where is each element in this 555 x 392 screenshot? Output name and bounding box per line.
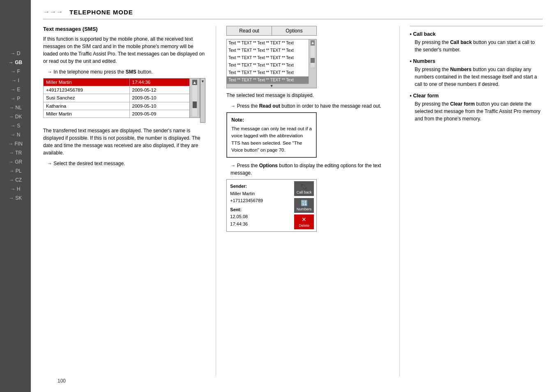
bullet-numbers-section: Numbers By pressing the Numbers button y… [410, 58, 543, 88]
sidebar-item-CZ[interactable]: → CZ [0, 176, 31, 184]
sender-info: Sender: Miller Martin +171123456789 Sent… [227, 180, 292, 231]
sidebar-item-SK[interactable]: → SK [0, 194, 31, 202]
sidebar-item-DK[interactable]: → DK [0, 113, 31, 121]
text-line: Text ** TEXT ** Text ** TEXT ** Text [227, 54, 316, 62]
sidebar-item-S[interactable]: → S [0, 122, 31, 130]
sms-row[interactable]: +4917123456789 2009-05-12 [44, 86, 200, 94]
sidebar-item-GR[interactable]: → GR [0, 158, 31, 166]
sidebar-item-D[interactable]: → D [0, 49, 31, 58]
top-divider [410, 26, 543, 26]
sidebar-item-F[interactable]: → F [0, 67, 31, 76]
text-line: Text ** TEXT ** Text ** TEXT ** Text [227, 69, 316, 76]
note-label: Note: [231, 116, 312, 124]
sidebar-item-P[interactable]: → P [0, 95, 31, 103]
sms-list-container: Miller Martin 17:44:36 ▲ +4917123456789 [43, 78, 205, 123]
options-panel: Sender: Miller Martin +171123456789 Sent… [226, 179, 317, 232]
sidebar: → D → GB → F → I → E → P → NL → DK → S →… [0, 0, 31, 392]
page-header: →→→ TELEPHONE MODE [43, 8, 543, 19]
sidebar-item-FIN[interactable]: → FIN [0, 140, 31, 148]
main-content: →→→ TELEPHONE MODE Text messages (SMS) I… [31, 0, 555, 392]
sms-row[interactable]: Miller Martin 17:44:36 ▲ [44, 78, 200, 86]
text-scroll-down-btn[interactable]: ▼ [227, 84, 316, 88]
sms-row[interactable]: Katharina 2009-05-10 [44, 102, 200, 110]
sidebar-item-N[interactable]: → N [0, 131, 31, 139]
sender-name: Miller Martin [230, 190, 288, 198]
bullet-callsback-section: Call back By pressing the Call back butt… [410, 31, 543, 53]
callback-btn[interactable]: 📞 Call back [294, 181, 314, 196]
list-scroll-down-btn[interactable]: ▼ [201, 79, 205, 83]
sent-time: 17:44:36 [230, 221, 288, 228]
options-arrow: Press the Options button to display the … [226, 162, 389, 177]
text-message-display: Text ** TEXT ** Text ** TEXT ** Text ▲ T… [226, 39, 317, 88]
intro-paragraph: If this function is supported by the mob… [43, 35, 205, 65]
middle-column: Read out Options Text ** TEXT ** Text **… [226, 26, 389, 377]
read-out-button[interactable]: Read out [227, 26, 272, 35]
sender-number: +171123456789 [230, 197, 288, 205]
text-line-selected: Text ** TEXT ** Text ** TEXT ** Text [227, 76, 316, 84]
sent-date: 12.05.08 [230, 213, 288, 221]
sidebar-item-GB[interactable]: → GB [0, 58, 31, 67]
note-box: Note: The message can only be read out i… [226, 112, 317, 158]
scroll-up-btn[interactable]: ▲ [192, 80, 197, 85]
note-text: The message can only be read out if a vo… [231, 125, 312, 154]
callback-icon: 📞 [301, 183, 308, 189]
transfer-paragraph: The transferred text messages are displa… [43, 127, 205, 157]
right-column: Call back By pressing the Call back butt… [410, 26, 543, 377]
sidebar-item-NL[interactable]: → NL [0, 104, 31, 112]
callback-label: Call back [297, 190, 312, 194]
callsback-bullet-title: Call back [410, 31, 543, 37]
numbers-btn[interactable]: 🔢 Numbers [294, 198, 314, 213]
page-title: TELEPHONE MODE [69, 9, 133, 16]
sms-row[interactable]: Miller Martin 2009-05-09 [44, 110, 200, 118]
text-line: Text ** TEXT ** Text ** TEXT ** Text [227, 62, 316, 69]
sent-label: Sent: [230, 206, 288, 214]
delete-icon: ✕ [302, 216, 306, 223]
text-line: Text ** TEXT ** Text ** TEXT ** Text [227, 47, 316, 54]
text-scroll-up-btn[interactable]: ▲ [311, 40, 315, 46]
select-arrow-instruction: Select the desired text message. [43, 160, 205, 167]
sidebar-item-I[interactable]: → I [0, 76, 31, 85]
sidebar-item-PL[interactable]: → PL [0, 167, 31, 175]
text-line: Text ** TEXT ** Text ** TEXT ** Text ▲ [227, 39, 316, 47]
sidebar-item-TR[interactable]: → TR [0, 149, 31, 157]
clearform-bullet-title: Clear form [410, 93, 543, 99]
read-options-bar: Read out Options [226, 26, 317, 36]
numbers-label: Numbers [297, 207, 312, 211]
numbers-bullet-body: By pressing the Numbers button you can d… [410, 66, 543, 88]
section-title: Text messages (SMS) [43, 26, 205, 32]
callsback-bullet-body: By pressing the Call back button you can… [410, 39, 543, 53]
numbers-icon: 🔢 [301, 200, 308, 206]
arrows-icon: →→→ [43, 8, 63, 16]
delete-label: Delete [299, 224, 309, 228]
page-number: 100 [58, 378, 66, 384]
sidebar-item-E[interactable]: → E [0, 85, 31, 94]
bullet-clearform-section: Clear form By pressing the Clear form bu… [410, 93, 543, 122]
options-buttons: 📞 Call back 🔢 Numbers ✕ Delete [292, 180, 316, 231]
sms-row[interactable]: Susi Sanchez 2009-05-10 [44, 94, 200, 102]
selected-msg-para: The selected text message is displayed. [226, 92, 389, 99]
read-out-arrow: Press the Read out button in order to ha… [226, 102, 389, 110]
numbers-bullet-title: Numbers [410, 58, 543, 64]
delete-btn[interactable]: ✕ Delete [294, 214, 314, 229]
left-column: Text messages (SMS) If this function is … [43, 26, 205, 377]
sms-arrow-instruction: In the telephone menu press the SMS butt… [43, 68, 205, 76]
sidebar-item-H[interactable]: → H [0, 185, 31, 193]
sms-list-table: Miller Martin 17:44:36 ▲ +4917123456789 [43, 78, 200, 118]
options-button[interactable]: Options [272, 26, 317, 35]
clearform-bullet-body: By pressing the Clear form button you ca… [410, 100, 543, 122]
sender-label: Sender: [230, 183, 288, 190]
